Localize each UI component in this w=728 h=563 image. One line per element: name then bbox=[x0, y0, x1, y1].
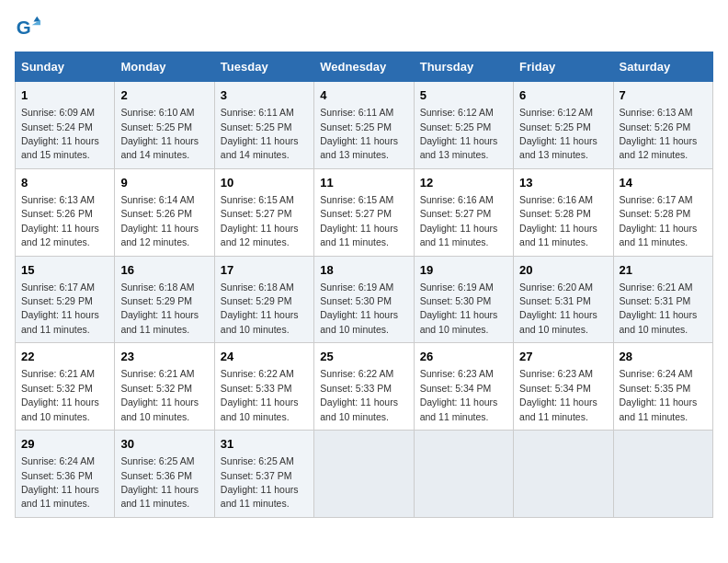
day-cell: 2 Sunrise: 6:10 AMSunset: 5:25 PMDayligh… bbox=[115, 82, 214, 169]
day-number: 13 bbox=[519, 175, 607, 191]
day-cell: 25 Sunrise: 6:22 AMSunset: 5:33 PMDaylig… bbox=[314, 343, 414, 431]
day-number: 15 bbox=[21, 262, 108, 279]
day-cell: 17 Sunrise: 6:18 AMSunset: 5:29 PMDaylig… bbox=[214, 256, 313, 343]
col-header-saturday: Saturday bbox=[613, 52, 712, 82]
day-number: 7 bbox=[620, 87, 707, 104]
day-cell: 14 Sunrise: 6:17 AMSunset: 5:28 PMDaylig… bbox=[613, 168, 712, 256]
day-info: Sunrise: 6:16 AMSunset: 5:28 PMDaylight:… bbox=[519, 194, 597, 247]
day-number: 26 bbox=[420, 349, 507, 365]
day-number: 16 bbox=[120, 262, 208, 279]
day-number: 23 bbox=[120, 349, 208, 365]
day-cell: 7 Sunrise: 6:13 AMSunset: 5:26 PMDayligh… bbox=[613, 82, 712, 169]
day-info: Sunrise: 6:21 AMSunset: 5:31 PMDaylight:… bbox=[620, 282, 698, 335]
header: G bbox=[15, 15, 713, 40]
day-info: Sunrise: 6:09 AMSunset: 5:24 PMDaylight:… bbox=[21, 107, 99, 160]
day-number: 11 bbox=[320, 175, 407, 191]
day-cell: 23 Sunrise: 6:21 AMSunset: 5:32 PMDaylig… bbox=[115, 343, 214, 431]
day-info: Sunrise: 6:20 AMSunset: 5:31 PMDaylight:… bbox=[519, 282, 597, 335]
day-cell: 20 Sunrise: 6:20 AMSunset: 5:31 PMDaylig… bbox=[514, 256, 613, 343]
day-info: Sunrise: 6:14 AMSunset: 5:26 PMDaylight:… bbox=[120, 194, 199, 247]
day-cell: 12 Sunrise: 6:16 AMSunset: 5:27 PMDaylig… bbox=[414, 168, 513, 256]
day-cell: 24 Sunrise: 6:22 AMSunset: 5:33 PMDaylig… bbox=[214, 343, 313, 431]
day-number: 29 bbox=[21, 436, 108, 453]
day-cell: 21 Sunrise: 6:21 AMSunset: 5:31 PMDaylig… bbox=[613, 256, 712, 343]
day-number: 25 bbox=[320, 349, 407, 365]
day-info: Sunrise: 6:19 AMSunset: 5:30 PMDaylight:… bbox=[320, 282, 398, 335]
calendar-table: SundayMondayTuesdayWednesdayThursdayFrid… bbox=[15, 52, 713, 518]
week-row-3: 15 Sunrise: 6:17 AMSunset: 5:29 PMDaylig… bbox=[16, 256, 713, 343]
col-header-tuesday: Tuesday bbox=[214, 52, 313, 82]
day-info: Sunrise: 6:19 AMSunset: 5:30 PMDaylight:… bbox=[420, 282, 498, 335]
day-number: 8 bbox=[21, 175, 108, 191]
day-info: Sunrise: 6:16 AMSunset: 5:27 PMDaylight:… bbox=[420, 194, 498, 247]
day-number: 17 bbox=[221, 262, 308, 279]
day-cell: 16 Sunrise: 6:18 AMSunset: 5:29 PMDaylig… bbox=[115, 256, 214, 343]
day-cell: 8 Sunrise: 6:13 AMSunset: 5:26 PMDayligh… bbox=[16, 168, 115, 256]
day-number: 22 bbox=[21, 349, 108, 365]
svg-text:G: G bbox=[17, 17, 31, 38]
day-number: 21 bbox=[620, 262, 707, 279]
day-number: 30 bbox=[120, 436, 208, 453]
day-info: Sunrise: 6:23 AMSunset: 5:34 PMDaylight:… bbox=[519, 368, 597, 421]
day-cell bbox=[514, 431, 613, 518]
day-cell: 31 Sunrise: 6:25 AMSunset: 5:37 PMDaylig… bbox=[214, 431, 313, 518]
day-number: 14 bbox=[620, 175, 707, 191]
day-cell: 18 Sunrise: 6:19 AMSunset: 5:30 PMDaylig… bbox=[314, 256, 414, 343]
day-cell bbox=[613, 431, 712, 518]
day-cell: 29 Sunrise: 6:24 AMSunset: 5:36 PMDaylig… bbox=[16, 431, 115, 518]
day-number: 6 bbox=[519, 87, 607, 104]
day-info: Sunrise: 6:17 AMSunset: 5:29 PMDaylight:… bbox=[21, 282, 99, 335]
day-cell: 19 Sunrise: 6:19 AMSunset: 5:30 PMDaylig… bbox=[414, 256, 513, 343]
day-cell: 15 Sunrise: 6:17 AMSunset: 5:29 PMDaylig… bbox=[16, 256, 115, 343]
day-number: 19 bbox=[420, 262, 507, 279]
day-info: Sunrise: 6:25 AMSunset: 5:37 PMDaylight:… bbox=[221, 455, 299, 509]
day-cell: 9 Sunrise: 6:14 AMSunset: 5:26 PMDayligh… bbox=[115, 168, 214, 256]
week-row-4: 22 Sunrise: 6:21 AMSunset: 5:32 PMDaylig… bbox=[16, 343, 713, 431]
logo: G bbox=[15, 15, 44, 40]
day-number: 18 bbox=[320, 262, 407, 279]
day-number: 4 bbox=[320, 87, 407, 104]
day-info: Sunrise: 6:25 AMSunset: 5:36 PMDaylight:… bbox=[120, 455, 199, 509]
day-info: Sunrise: 6:15 AMSunset: 5:27 PMDaylight:… bbox=[221, 194, 299, 247]
calendar-header-row: SundayMondayTuesdayWednesdayThursdayFrid… bbox=[16, 52, 713, 82]
day-cell: 27 Sunrise: 6:23 AMSunset: 5:34 PMDaylig… bbox=[514, 343, 613, 431]
day-info: Sunrise: 6:18 AMSunset: 5:29 PMDaylight:… bbox=[120, 282, 199, 335]
day-cell: 28 Sunrise: 6:24 AMSunset: 5:35 PMDaylig… bbox=[613, 343, 712, 431]
day-info: Sunrise: 6:12 AMSunset: 5:25 PMDaylight:… bbox=[519, 107, 597, 160]
day-cell: 30 Sunrise: 6:25 AMSunset: 5:36 PMDaylig… bbox=[115, 431, 214, 518]
day-info: Sunrise: 6:18 AMSunset: 5:29 PMDaylight:… bbox=[221, 282, 299, 335]
day-info: Sunrise: 6:22 AMSunset: 5:33 PMDaylight:… bbox=[221, 368, 299, 421]
col-header-monday: Monday bbox=[115, 52, 214, 82]
day-cell: 26 Sunrise: 6:23 AMSunset: 5:34 PMDaylig… bbox=[414, 343, 513, 431]
day-info: Sunrise: 6:23 AMSunset: 5:34 PMDaylight:… bbox=[420, 368, 498, 421]
day-info: Sunrise: 6:21 AMSunset: 5:32 PMDaylight:… bbox=[21, 368, 99, 421]
day-info: Sunrise: 6:17 AMSunset: 5:28 PMDaylight:… bbox=[620, 194, 698, 247]
day-info: Sunrise: 6:22 AMSunset: 5:33 PMDaylight:… bbox=[320, 368, 398, 421]
day-number: 24 bbox=[221, 349, 308, 365]
week-row-1: 1 Sunrise: 6:09 AMSunset: 5:24 PMDayligh… bbox=[16, 82, 713, 169]
logo-icon: G bbox=[15, 15, 40, 40]
col-header-wednesday: Wednesday bbox=[314, 52, 414, 82]
day-number: 9 bbox=[120, 175, 208, 191]
week-row-2: 8 Sunrise: 6:13 AMSunset: 5:26 PMDayligh… bbox=[16, 168, 713, 256]
day-cell bbox=[314, 431, 414, 518]
day-number: 28 bbox=[620, 349, 707, 365]
day-cell: 6 Sunrise: 6:12 AMSunset: 5:25 PMDayligh… bbox=[514, 82, 613, 169]
day-number: 3 bbox=[221, 87, 308, 104]
day-number: 27 bbox=[519, 349, 607, 365]
day-number: 2 bbox=[120, 87, 208, 104]
day-cell: 13 Sunrise: 6:16 AMSunset: 5:28 PMDaylig… bbox=[514, 168, 613, 256]
day-info: Sunrise: 6:13 AMSunset: 5:26 PMDaylight:… bbox=[620, 107, 698, 160]
day-cell: 1 Sunrise: 6:09 AMSunset: 5:24 PMDayligh… bbox=[16, 82, 115, 169]
day-info: Sunrise: 6:24 AMSunset: 5:36 PMDaylight:… bbox=[21, 455, 99, 509]
day-info: Sunrise: 6:11 AMSunset: 5:25 PMDaylight:… bbox=[320, 107, 398, 160]
day-number: 31 bbox=[221, 436, 308, 453]
day-info: Sunrise: 6:15 AMSunset: 5:27 PMDaylight:… bbox=[320, 194, 398, 247]
day-cell: 4 Sunrise: 6:11 AMSunset: 5:25 PMDayligh… bbox=[314, 82, 414, 169]
col-header-sunday: Sunday bbox=[16, 52, 115, 82]
day-number: 20 bbox=[519, 262, 607, 279]
day-cell bbox=[414, 431, 513, 518]
day-cell: 5 Sunrise: 6:12 AMSunset: 5:25 PMDayligh… bbox=[414, 82, 513, 169]
day-cell: 10 Sunrise: 6:15 AMSunset: 5:27 PMDaylig… bbox=[214, 168, 313, 256]
col-header-friday: Friday bbox=[514, 52, 613, 82]
